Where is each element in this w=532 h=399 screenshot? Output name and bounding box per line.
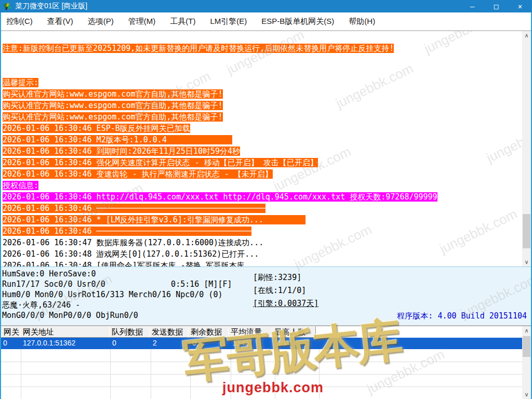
log-line: 2026-01-06 16:30:46 * [LM反外挂引擎v3.6]:引擎漏洞… xyxy=(1,214,522,225)
status-line: Hum0/0 Mon0/0 UsrRot16/313 Merch0/16 Npc… xyxy=(2,289,232,300)
status-bracket-item[interactable]: [引擎:0.0037天] xyxy=(253,297,318,310)
status-counters: HumSave:0 HeroSave:0Run17/17 Soc0/0 Usr0… xyxy=(2,269,232,321)
table-gridline xyxy=(21,349,21,399)
table-gridline xyxy=(275,349,275,399)
log-line: 购买认准官方网站:www.espgom.com官方自助,其他都是骗子! xyxy=(1,88,522,100)
menu-item-0[interactable]: 控制(C) xyxy=(6,17,33,26)
program-version-label: 程序版本: 4.00 Build 20151104 xyxy=(397,311,527,321)
table-gridline xyxy=(151,349,151,399)
table-row[interactable]: 0127.0.0.1:5136202013451/1 xyxy=(1,338,531,349)
menu-item-3[interactable]: 管理(M) xyxy=(128,17,156,26)
log-line: 2026-01-06 16:30:48 [使用命令]军哥版本库 -替换 军哥版本… xyxy=(1,260,522,267)
title-bar: 菜刀微变01区 [商业版] — □ ✕ xyxy=(0,0,532,12)
status-line: Run17/17 Soc0/0 Usr0/0 0:5:16 [M][F] xyxy=(2,279,232,289)
log-line: 2026-01-06 16:30:46 ────────────────────… xyxy=(1,225,522,237)
status-brackets: [刷怪:3239][在线:1/1/0][引擎:0.0037天] xyxy=(253,271,318,310)
status-line: HumSave:0 HeroSave:0 xyxy=(2,269,232,279)
log-line: 2026-01-06 16:30:47 数据库服务器(127.0.0.1:600… xyxy=(1,237,522,248)
minimize-button[interactable]: — xyxy=(460,0,484,12)
log-line: 授权信息: xyxy=(1,180,522,191)
log-scrollbar-thumb[interactable] xyxy=(523,214,530,248)
status-bracket-item: [刷怪:3239] xyxy=(253,271,318,284)
log-line: 购买认准官方网站:www.espgom.com官方自助,其他都是骗子! xyxy=(1,100,522,111)
window-title: 菜刀微变01区 [商业版] xyxy=(15,2,87,11)
table-gridline xyxy=(110,349,111,399)
menu-bar: 控制(C)查看(V)选项(P)管理(M)工具(T)LM引擎(E)ESP-B版单机… xyxy=(0,12,532,31)
table-cell: 0 xyxy=(1,338,21,349)
log-scrollbar[interactable]: ∧ ∨ xyxy=(522,31,531,267)
table-gridline xyxy=(1,374,522,375)
gateway-table: 网关网关地址队列数据发送数据剩余数据平均流量最高人数 0127.0.0.1:51… xyxy=(1,325,531,399)
log-line xyxy=(1,54,522,65)
table-header-6[interactable]: 最高人数 xyxy=(272,326,316,338)
table-gridline xyxy=(231,349,231,399)
server-log-panel[interactable]: 注意:新版控制台已更新至20251209,如未更新替换的用户请及时替换运行,后期… xyxy=(1,31,522,267)
menu-item-4[interactable]: 工具(T) xyxy=(170,17,195,26)
log-line: 购买认准官方网站:www.espgom.com官方自助,其他都是骗子! xyxy=(1,111,522,123)
menu-item-1[interactable]: 查看(V) xyxy=(47,17,73,26)
log-line: 注意:新版控制台已更新至20251209,如未更新替换的用户请及时替换运行,后期… xyxy=(1,43,522,54)
table-cell: 0 xyxy=(190,338,231,349)
table-header-4[interactable]: 剩余数据 xyxy=(188,326,229,338)
table-cell: 1345 xyxy=(231,338,275,349)
table-header-0[interactable]: 网关 xyxy=(1,326,21,338)
menu-item-7[interactable]: 帮助(H) xyxy=(349,17,375,26)
table-cell: 2 xyxy=(151,338,190,349)
table-cell: 0 xyxy=(110,338,151,349)
log-line: 2026-01-06 16:30:46 到期时间:2026年11月25日10时5… xyxy=(1,145,522,157)
table-header-5[interactable]: 平均流量 xyxy=(228,326,272,338)
table-scrollbar-thumb[interactable] xyxy=(523,336,530,357)
table-gridline xyxy=(319,349,320,399)
log-line: 2026-01-06 16:30:46 变速齿轮 - 执行严格测速开启状态 - … xyxy=(1,168,522,180)
table-cell: 127.0.0.1:51362 xyxy=(21,338,110,349)
table-header-2[interactable]: 队列数据 xyxy=(109,326,150,338)
window-border-left xyxy=(0,12,1,399)
log-line: 2026-01-06 16:30:48 游戏网关[0](127.0.0.1:51… xyxy=(1,248,522,260)
log-line: 2026-01-06 16:30:46 强化网关速度计算开启状态 - 移动【已开… xyxy=(1,157,522,168)
table-gridline xyxy=(1,362,522,362)
scroll-down-icon[interactable]: ∨ xyxy=(522,258,531,267)
table-gridline xyxy=(1,387,522,387)
table-header-row: 网关网关地址队列数据发送数据剩余数据平均流量最高人数 xyxy=(1,326,531,338)
log-line: 2026-01-06 16:30:46 ESP-B版反外挂网关已加载 xyxy=(1,123,522,134)
log-line: 2026-01-06 16:30:46 M2版本号:1.0.0.4 xyxy=(1,134,522,145)
close-button[interactable]: ✕ xyxy=(508,0,532,12)
table-cell: 1/1 xyxy=(275,338,319,349)
menu-item-2[interactable]: 选项(P) xyxy=(88,17,114,26)
table-scrollbar[interactable]: ∧ ∨ xyxy=(522,326,531,399)
log-line: 2026-01-06 16:30:46 ────────────────────… xyxy=(1,203,522,214)
table-header-3[interactable]: 发送数据 xyxy=(149,326,189,338)
menu-item-5[interactable]: LM引擎(E) xyxy=(210,17,247,26)
status-panel: HumSave:0 HeroSave:0Run17/17 Soc0/0 Usr0… xyxy=(1,267,531,325)
status-line: MonG0/0/0 MonP0/0/0 ObjRun0/0 xyxy=(2,310,232,321)
app-icon[interactable] xyxy=(4,2,12,10)
status-bracket-item: [在线:1/1/0] xyxy=(253,284,318,297)
menu-item-6[interactable]: ESP-B版单机网关(S) xyxy=(261,17,334,26)
log-line: 温馨提示: xyxy=(1,77,522,88)
window-controls: — □ ✕ xyxy=(460,0,532,12)
log-line xyxy=(1,65,522,77)
log-line xyxy=(1,31,522,43)
table-header-1[interactable]: 网关地址 xyxy=(20,326,110,338)
scroll-up-icon[interactable]: ∧ xyxy=(522,31,531,40)
maximize-button[interactable]: □ xyxy=(484,0,508,12)
scroll-down-icon[interactable]: ∨ xyxy=(522,390,531,399)
table-gridline xyxy=(190,349,191,399)
log-line: 2026-01-06 16:30:46 http://dlq.945.com/x… xyxy=(1,191,522,203)
status-line: 恶魔·火尊,63/246 - xyxy=(2,300,232,310)
scroll-up-icon[interactable]: ∧ xyxy=(522,326,531,335)
